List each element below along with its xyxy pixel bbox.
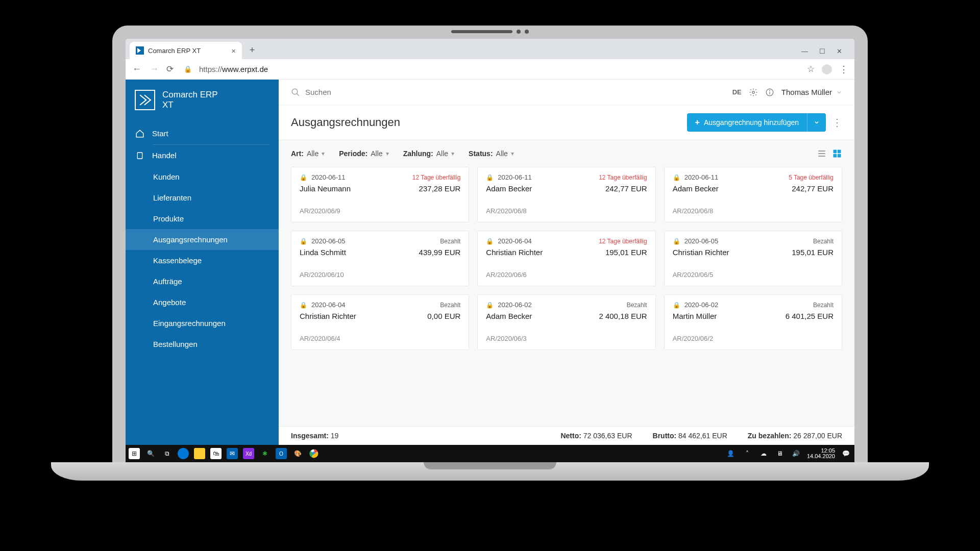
invoice-card[interactable]: 🔒2020-06-1112 Tage überfälligJulia Neuma… <box>291 167 469 222</box>
invoice-customer: Adam Becker <box>486 184 532 193</box>
search-input[interactable] <box>305 88 725 96</box>
invoice-customer: Julia Neumann <box>300 184 351 193</box>
filter-zahlung[interactable]: Zahlung:Alle ▾ <box>403 149 454 158</box>
invoice-amount: 195,01 EUR <box>605 248 647 257</box>
edge-icon[interactable] <box>178 448 189 459</box>
invoice-card[interactable]: 🔒2020-06-0412 Tage überfälligChristian R… <box>477 231 655 286</box>
taskbar-search-icon[interactable]: 🔍 <box>145 448 156 459</box>
sidebar-item-kassenbelege[interactable]: Kassenbelege <box>126 250 279 271</box>
lock-icon: 🔒 <box>300 174 307 181</box>
sidebar-item-label: Kassenbelege <box>153 256 202 265</box>
invoice-date: 2020-06-11 <box>684 173 719 181</box>
browser-tab[interactable]: Comarch ERP XT × <box>130 42 242 59</box>
sidebar-item-eingangsrechnungen[interactable]: Eingangsrechnungen <box>126 313 279 334</box>
favicon-icon <box>136 46 144 55</box>
browser-menu-icon[interactable]: ⋮ <box>839 64 848 75</box>
invoice-amount: 439,99 EUR <box>419 248 461 257</box>
tray-network-icon[interactable]: 🖥 <box>774 448 786 459</box>
invoice-date: 2020-06-02 <box>684 301 719 309</box>
window-close-icon[interactable]: ✕ <box>837 47 842 55</box>
settings-icon[interactable] <box>749 88 758 97</box>
outlook-icon[interactable]: O <box>276 448 287 459</box>
invoice-amount: 242,77 EUR <box>605 184 647 193</box>
search-icon <box>291 88 300 97</box>
invoice-grid: 🔒2020-06-1112 Tage überfälligJulia Neuma… <box>279 164 854 350</box>
invoice-ref: AR/2020/06/8 <box>673 207 834 215</box>
invoice-status: Bezahlt <box>440 302 460 309</box>
brand: Comarch ERP XT <box>126 80 279 123</box>
window-minimize-icon[interactable]: — <box>801 47 808 55</box>
svg-rect-14 <box>838 154 841 158</box>
more-actions-icon[interactable]: ⋮ <box>832 116 842 129</box>
tray-cloud-icon[interactable]: ☁ <box>758 448 769 459</box>
invoice-status: Bezahlt <box>440 238 460 245</box>
invoice-status: 5 Tage überfällig <box>789 174 834 181</box>
info-icon[interactable] <box>765 88 774 97</box>
url-field[interactable]: https://www.erpxt.de <box>199 65 800 73</box>
sidebar-item-produkte[interactable]: Produkte <box>126 208 279 229</box>
profile-avatar[interactable] <box>822 64 832 74</box>
app-icon[interactable]: ✱ <box>259 448 271 459</box>
page-title: Ausgangsrechnungen <box>291 116 400 129</box>
invoice-card[interactable]: 🔒2020-06-05BezahltChristian Richter195,0… <box>664 231 842 286</box>
sidebar-item-label: Kunden <box>153 172 180 181</box>
summary-bar: Insgesamt: 19 Netto: 72 036,63 EUR Brutt… <box>279 426 854 445</box>
invoice-ref: AR/2020/06/10 <box>300 271 460 279</box>
invoice-ref: AR/2020/06/9 <box>300 207 460 215</box>
task-view-icon[interactable]: ⧉ <box>161 448 173 459</box>
view-list-icon[interactable] <box>817 148 827 159</box>
invoice-date: 2020-06-04 <box>311 301 346 309</box>
add-invoice-button[interactable]: + Ausgangrechnung hinzufügen <box>687 113 826 132</box>
invoice-status: Bezahlt <box>813 302 834 309</box>
invoice-card[interactable]: 🔒2020-06-04BezahltChristian Richter0,00 … <box>291 294 469 350</box>
filter-art[interactable]: Art:Alle ▾ <box>291 149 325 158</box>
invoice-card[interactable]: 🔒2020-06-1112 Tage überfälligAdam Becker… <box>477 167 655 222</box>
user-menu[interactable]: Thomas Müller <box>781 88 842 96</box>
tray-volume-icon[interactable]: 🔊 <box>791 448 802 459</box>
sidebar-item-angebote[interactable]: Angebote <box>126 292 279 313</box>
action-center-icon[interactable]: 💬 <box>840 448 851 459</box>
back-button[interactable]: ← <box>132 64 142 74</box>
tab-close-icon[interactable]: × <box>231 46 236 55</box>
filter-bar: Art:Alle ▾ Periode:Alle ▾ Zahlung:Alle ▾ <box>279 140 854 164</box>
xd-icon[interactable]: Xd <box>243 448 254 459</box>
reload-button[interactable]: ⟳ <box>166 64 174 74</box>
svg-point-2 <box>292 89 298 94</box>
forward-button[interactable]: → <box>149 64 159 74</box>
taskbar-clock[interactable]: 12:05 14.04.2020 <box>807 448 835 459</box>
paint-icon[interactable]: 🎨 <box>292 448 303 459</box>
explorer-icon[interactable] <box>194 448 205 459</box>
invoice-date: 2020-06-04 <box>498 237 532 245</box>
new-tab-button[interactable]: + <box>245 43 259 57</box>
sidebar-item-label: Angebote <box>153 298 186 307</box>
add-invoice-dropdown[interactable] <box>807 113 826 132</box>
view-grid-icon[interactable] <box>832 148 842 159</box>
filter-status[interactable]: Status:Alle ▾ <box>469 149 514 158</box>
sidebar-item-aufträge[interactable]: Aufträge <box>126 271 279 292</box>
invoice-card[interactable]: 🔒2020-06-02BezahltMartin Müller6 401,25 … <box>664 294 842 350</box>
bookmark-star-icon[interactable]: ☆ <box>807 64 815 74</box>
invoice-card[interactable]: 🔒2020-06-05BezahltLinda Schmitt439,99 EU… <box>291 231 469 286</box>
mail-icon[interactable]: ✉ <box>227 448 238 459</box>
sidebar-item-kunden[interactable]: Kunden <box>126 166 279 187</box>
tray-chevron-icon[interactable]: ˄ <box>742 448 753 459</box>
store-icon[interactable]: 🛍 <box>210 448 222 459</box>
invoice-status: 12 Tage überfällig <box>599 238 647 245</box>
invoice-card[interactable]: 🔒2020-06-115 Tage überfälligAdam Becker2… <box>664 167 842 222</box>
brand-logo-icon <box>135 90 155 110</box>
window-maximize-icon[interactable]: ☐ <box>819 47 825 55</box>
sidebar-item-bestellungen[interactable]: Bestellungen <box>126 334 279 355</box>
chevron-down-icon: ▾ <box>322 150 325 157</box>
sidebar-item-handel[interactable]: Handel <box>126 145 279 166</box>
invoice-card[interactable]: 🔒2020-06-02BezahltAdam Becker2 400,18 EU… <box>477 294 655 350</box>
sidebar-item-lieferanten[interactable]: Lieferanten <box>126 187 279 208</box>
invoice-customer: Adam Becker <box>486 312 532 320</box>
language-switch[interactable]: DE <box>732 88 742 96</box>
start-menu-icon[interactable]: ⊞ <box>129 448 140 459</box>
chrome-icon[interactable] <box>308 448 320 459</box>
sidebar-item-label: Produkte <box>153 214 184 223</box>
sidebar-item-start[interactable]: Start <box>126 123 279 144</box>
tray-people-icon[interactable]: 👤 <box>725 448 737 459</box>
filter-periode[interactable]: Periode:Alle ▾ <box>339 149 388 158</box>
sidebar-item-ausgangsrechnungen[interactable]: Ausgangsrechnungen <box>126 229 279 250</box>
